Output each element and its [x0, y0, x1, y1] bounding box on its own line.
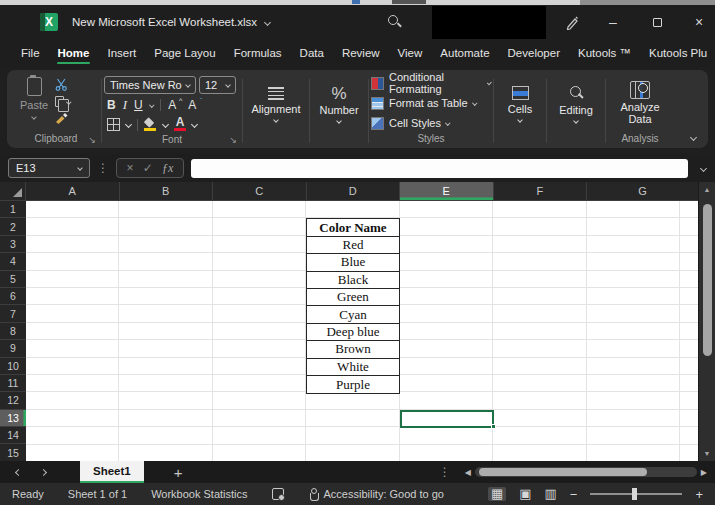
normal-view-button[interactable]: ▦ — [488, 487, 506, 501]
tab-file[interactable]: File — [12, 41, 49, 66]
tab-kutools-plus[interactable]: Kutools Plu — [640, 41, 715, 66]
status-sheet-count[interactable]: Sheet 1 of 1 — [68, 488, 127, 500]
tab-insert[interactable]: Insert — [98, 41, 145, 66]
formula-input[interactable] — [191, 159, 688, 178]
tab-formulas[interactable]: Formulas — [225, 41, 291, 66]
editing-group-button[interactable]: Editing — [549, 74, 603, 148]
tab-home[interactable]: Home — [49, 41, 99, 66]
name-box[interactable]: E13 — [8, 158, 90, 178]
next-sheet-chevron-icon[interactable] — [40, 468, 47, 475]
table-cell[interactable]: Deep blue — [307, 324, 399, 341]
zoom-slider-thumb[interactable] — [632, 488, 637, 500]
table-cell[interactable]: Brown — [307, 341, 399, 358]
horizontal-scrollbar[interactable] — [475, 467, 697, 477]
tab-developer[interactable]: Developer — [499, 41, 569, 66]
font-dialog-launcher-icon[interactable]: ↘ — [229, 136, 237, 145]
font-name-combobox[interactable]: Times New Ro — [104, 76, 196, 94]
number-group-button[interactable]: % Number — [312, 74, 366, 148]
row-header-15[interactable]: 15 — [0, 444, 26, 461]
format-painter-button[interactable] — [55, 112, 71, 125]
page-break-view-button[interactable]: ▥ — [545, 487, 557, 501]
fill-color-icon[interactable] — [144, 118, 157, 131]
row-header-7[interactable]: 7 — [0, 305, 26, 322]
scroll-left-icon[interactable]: ◀ — [465, 468, 471, 477]
copy-chevron-icon[interactable] — [66, 99, 71, 104]
title-dropdown-chevron-icon[interactable] — [264, 18, 271, 25]
tab-page-layout[interactable]: Page Layou — [145, 41, 224, 66]
vertical-scrollbar-thumb[interactable] — [703, 204, 712, 356]
vertical-scrollbar[interactable]: ▲ ▼ — [698, 182, 715, 461]
row-header-3[interactable]: 3 — [0, 236, 26, 253]
cells-group-button[interactable]: Cells — [496, 74, 544, 148]
cancel-icon[interactable]: × — [127, 161, 134, 175]
zoom-in-button[interactable]: + — [695, 487, 703, 502]
pen-mode-icon[interactable] — [565, 16, 579, 30]
decrease-font-button[interactable]: Aˇ — [188, 98, 201, 112]
scroll-right-icon[interactable]: ▶ — [701, 468, 707, 477]
bold-button[interactable]: B — [107, 98, 116, 112]
formula-bar-grip-icon[interactable]: ⋮ — [97, 161, 109, 175]
workbook-statistics[interactable]: Workbook Statistics — [151, 488, 247, 500]
zoom-slider[interactable] — [590, 493, 682, 495]
row-header-5[interactable]: 5 — [0, 271, 26, 288]
table-cell[interactable]: White — [307, 359, 399, 376]
column-header-c[interactable]: C — [213, 182, 307, 200]
column-header-d[interactable]: D — [307, 182, 401, 200]
row-header-8[interactable]: 8 — [0, 323, 26, 340]
row-header-10[interactable]: 10 — [0, 358, 26, 375]
column-header-f[interactable]: F — [494, 182, 588, 200]
table-cell[interactable]: Red — [307, 237, 399, 254]
column-header-g[interactable]: G — [587, 182, 698, 200]
horizontal-scrollbar-thumb[interactable] — [479, 468, 647, 476]
selected-cell-e13[interactable] — [400, 410, 495, 428]
row-header-13[interactable]: 13 — [0, 410, 26, 427]
table-cell[interactable]: Purple — [307, 376, 399, 393]
table-cell[interactable]: Green — [307, 289, 399, 306]
copy-button[interactable] — [55, 95, 71, 108]
font-color-chevron-icon[interactable] — [191, 121, 198, 128]
accessibility-status[interactable]: Accessibility: Good to go — [308, 488, 444, 501]
analyze-data-button[interactable]: Analyze Data — [608, 74, 672, 132]
tabbar-grip-icon[interactable]: ⋮ — [439, 465, 451, 479]
new-sheet-button[interactable]: + — [174, 464, 183, 481]
search-icon[interactable] — [388, 15, 402, 29]
format-as-table-button[interactable]: Format as Table — [371, 95, 491, 112]
paste-chevron-icon[interactable] — [31, 114, 37, 120]
table-cell[interactable]: Blue — [307, 254, 399, 271]
font-color-button[interactable]: A — [174, 118, 186, 131]
row-header-2[interactable]: 2 — [0, 218, 26, 235]
cell-styles-button[interactable]: Cell Styles — [371, 115, 491, 132]
row-header-4[interactable]: 4 — [0, 253, 26, 270]
table-header-cell[interactable]: Color Name — [307, 219, 399, 236]
underline-button[interactable]: U — [134, 98, 143, 112]
close-button[interactable]: × — [682, 5, 715, 39]
alignment-group-button[interactable]: Alignment — [245, 74, 307, 148]
row-header-1[interactable]: 1 — [0, 201, 26, 218]
collapse-ribbon-chevron-icon[interactable] — [690, 134, 697, 141]
column-header-e[interactable]: E — [400, 182, 494, 200]
row-header-14[interactable]: 14 — [0, 427, 26, 444]
underline-chevron-icon[interactable] — [149, 103, 154, 108]
sheet-tab-sheet1[interactable]: Sheet1 — [80, 461, 144, 483]
enter-icon[interactable]: ✓ — [143, 161, 153, 175]
row-header-9[interactable]: 9 — [0, 340, 26, 357]
macro-recording-icon[interactable] — [272, 488, 284, 500]
insert-function-icon[interactable]: ƒx — [162, 161, 173, 176]
fill-handle[interactable] — [491, 424, 496, 429]
row-header-12[interactable]: 12 — [0, 392, 26, 409]
tab-automate[interactable]: Automate — [431, 41, 498, 66]
italic-button[interactable]: I — [123, 97, 127, 113]
tab-data[interactable]: Data — [291, 41, 333, 66]
column-header-b[interactable]: B — [120, 182, 214, 200]
scroll-up-icon[interactable]: ▲ — [699, 186, 715, 193]
conditional-formatting-button[interactable]: Conditional Formatting — [371, 75, 491, 92]
tab-view[interactable]: View — [389, 41, 432, 66]
maximize-button[interactable] — [640, 5, 674, 39]
cell-grid[interactable]: Color Name Red Blue Black Green Cyan Dee… — [26, 201, 698, 461]
expand-formula-bar-button[interactable] — [695, 166, 711, 171]
increase-font-button[interactable]: A^ — [168, 98, 181, 112]
tab-review[interactable]: Review — [333, 41, 389, 66]
cut-button[interactable] — [55, 78, 71, 91]
font-size-combobox[interactable]: 12 — [199, 76, 236, 94]
page-layout-view-button[interactable]: ▣ — [519, 487, 531, 501]
